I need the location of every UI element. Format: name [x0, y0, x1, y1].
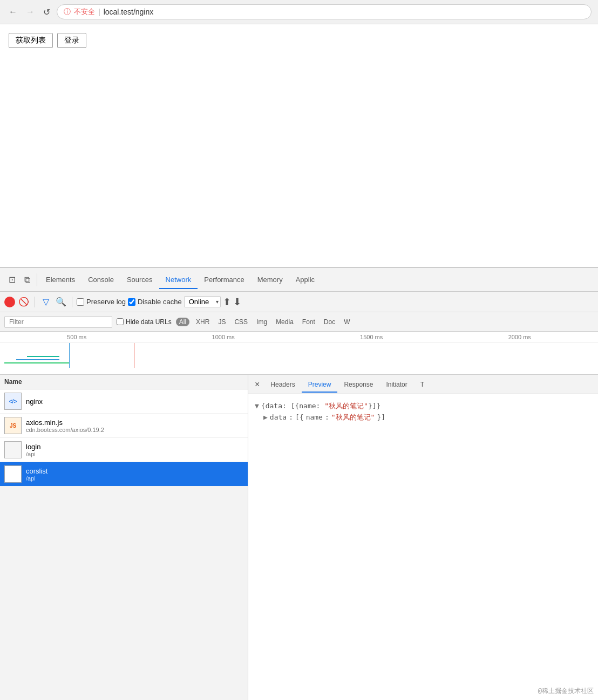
tab-timing[interactable]: T	[414, 376, 431, 393]
clear-button[interactable]: 🚫	[17, 296, 30, 308]
timeline: 500 ms 1000 ms 1500 ms 2000 ms	[0, 332, 598, 375]
list-item[interactable]: login /api	[0, 438, 248, 462]
browser-chrome: ← → ↺ ⓘ 不安全 | local.test/nginx	[0, 0, 598, 24]
css-filter-btn[interactable]: CSS	[232, 317, 250, 327]
online-wrapper: Online ▾	[184, 296, 221, 307]
disable-cache-label[interactable]: Disable cache	[128, 298, 182, 306]
font-filter-btn[interactable]: Font	[300, 317, 317, 327]
filter-input[interactable]	[4, 316, 112, 328]
login-name: login	[26, 443, 40, 451]
get-list-button[interactable]: 获取列表	[9, 33, 53, 48]
timeline-label-1000: 1000 ms	[212, 334, 235, 340]
network-toolbar: 🚫 ▽ 🔍 Preserve log Disable cache Online …	[0, 292, 598, 312]
preserve-log-text: Preserve log	[86, 298, 126, 306]
toolbar-separator-1	[35, 297, 35, 307]
security-text: 不安全	[74, 7, 95, 17]
nginx-icon: </>	[4, 393, 22, 410]
axios-path: cdn.bootcss.com/axios/0.19.2	[26, 427, 104, 433]
all-filter-badge[interactable]: All	[176, 318, 189, 326]
timeline-blue-marker	[69, 343, 70, 368]
tab-sources[interactable]: Sources	[120, 270, 159, 289]
disable-cache-text: Disable cache	[138, 298, 182, 306]
corslist-icon	[4, 465, 22, 483]
tab-separator	[37, 273, 37, 286]
request-list-header: Name	[0, 375, 248, 389]
network-body: Name </> nginx JS axios.min.js cdn.bootc…	[0, 375, 598, 700]
timeline-blue-bar	[16, 359, 59, 360]
xhr-filter-btn[interactable]: XHR	[194, 317, 212, 327]
timeline-canvas	[0, 343, 598, 368]
preserve-log-label[interactable]: Preserve log	[77, 298, 126, 306]
address-bar[interactable]: ⓘ 不安全 | local.test/nginx	[57, 4, 592, 19]
json-line-1: ▼ {data: [{name: "秋风的笔记"}]}	[255, 401, 592, 412]
tab-console[interactable]: Console	[81, 270, 120, 289]
cursor-icon-btn[interactable]: ⊡	[4, 272, 20, 287]
watermark: @稀土掘金技术社区	[538, 687, 594, 696]
preview-tab-bar: × Headers Preview Response Initiator T	[248, 375, 598, 394]
timeline-labels: 500 ms 1000 ms 1500 ms 2000 ms	[0, 332, 598, 343]
corslist-name: corslist	[26, 467, 47, 475]
doc-filter-btn[interactable]: Doc	[322, 317, 337, 327]
json-line-2: ▶ data : [{name: "秋风的笔记"}]	[255, 412, 592, 423]
tab-memory[interactable]: Memory	[251, 270, 289, 289]
media-filter-btn[interactable]: Media	[274, 317, 296, 327]
json-data-key: data	[270, 412, 287, 423]
nginx-name: nginx	[26, 397, 43, 406]
download-button[interactable]: ⬇	[233, 296, 241, 308]
axios-name: axios.min.js	[26, 418, 104, 427]
list-item[interactable]: JS axios.min.js cdn.bootcss.com/axios/0.…	[0, 414, 248, 438]
device-icon-btn[interactable]: ⧉	[20, 273, 35, 287]
request-list-panel: Name </> nginx JS axios.min.js cdn.bootc…	[0, 375, 248, 700]
page-content: 获取列表 登录	[0, 24, 598, 267]
tab-performance[interactable]: Performance	[198, 270, 250, 289]
json-data-outer: {data: [{name: "秋风的笔记"}]}	[261, 401, 381, 412]
online-select[interactable]: Online	[184, 296, 221, 307]
preserve-log-checkbox[interactable]	[77, 298, 84, 306]
devtools-tab-bar: ⊡ ⧉ Elements Console Sources Network Per…	[0, 268, 598, 292]
tab-elements[interactable]: Elements	[39, 270, 81, 289]
list-item[interactable]: corslist /api	[0, 462, 248, 486]
timeline-label-500: 500 ms	[67, 334, 86, 340]
tab-network[interactable]: Network	[159, 270, 198, 289]
hide-data-urls-checkbox[interactable]	[117, 318, 124, 325]
preview-content: ▼ {data: [{name: "秋风的笔记"}]} ▶ data : [{n…	[248, 394, 598, 700]
preview-panel: × Headers Preview Response Initiator T ▼…	[248, 375, 598, 700]
login-info: login /api	[26, 443, 40, 457]
back-button[interactable]: ←	[6, 6, 19, 18]
timeline-teal-bar	[27, 356, 59, 357]
disable-cache-checkbox[interactable]	[128, 298, 135, 306]
expand-icon-1[interactable]: ▼	[255, 401, 259, 412]
forward-button[interactable]: →	[24, 6, 37, 18]
preview-close-button[interactable]: ×	[250, 378, 264, 392]
tab-preview[interactable]: Preview	[302, 376, 338, 393]
devtools: ⊡ ⧉ Elements Console Sources Network Per…	[0, 267, 598, 700]
security-icon: ⓘ	[64, 7, 71, 17]
hide-data-urls-label[interactable]: Hide data URLs	[117, 318, 172, 326]
filter-icon-button[interactable]: ▽	[39, 296, 52, 308]
js-filter-btn[interactable]: JS	[216, 317, 228, 327]
toolbar-separator-2	[72, 297, 72, 307]
timeline-label-2000: 2000 ms	[508, 334, 531, 340]
filter-row: Hide data URLs All XHR JS CSS Img Media …	[0, 312, 598, 332]
login-button[interactable]: 登录	[57, 33, 86, 48]
corslist-info: corslist /api	[26, 467, 47, 482]
corslist-path: /api	[26, 475, 47, 482]
timeline-green-bar	[4, 362, 69, 363]
tab-response[interactable]: Response	[337, 376, 379, 393]
url-text: local.test/nginx	[104, 8, 154, 16]
ws-filter-btn[interactable]: W	[342, 317, 352, 327]
record-button[interactable]	[4, 297, 15, 307]
tab-application[interactable]: Applic	[289, 270, 321, 289]
expand-icon-2[interactable]: ▶	[263, 412, 268, 423]
tab-headers[interactable]: Headers	[264, 376, 301, 393]
tab-initiator[interactable]: Initiator	[379, 376, 413, 393]
search-icon-button[interactable]: 🔍	[55, 296, 67, 308]
login-icon	[4, 441, 22, 458]
nginx-info: nginx	[26, 397, 43, 406]
reload-button[interactable]: ↺	[41, 6, 52, 18]
login-path: /api	[26, 451, 40, 457]
axios-icon: JS	[4, 417, 22, 434]
list-item[interactable]: </> nginx	[0, 389, 248, 414]
img-filter-btn[interactable]: Img	[254, 317, 269, 327]
upload-button[interactable]: ⬆	[223, 296, 231, 308]
